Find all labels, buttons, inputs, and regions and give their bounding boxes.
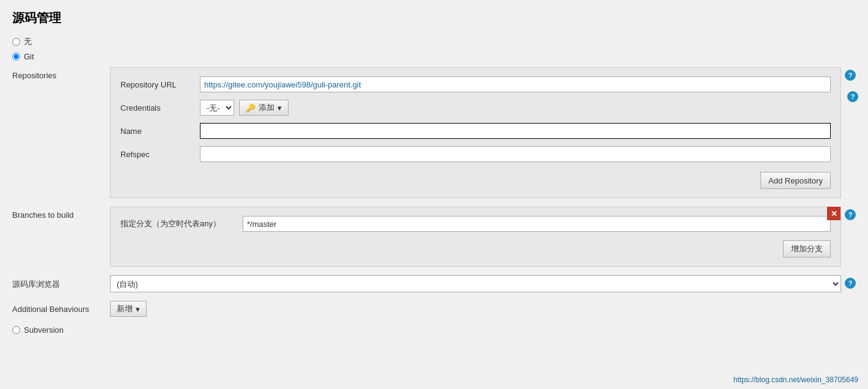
credentials-select[interactable]: -无- <box>200 100 234 116</box>
radio-none-input[interactable] <box>12 38 20 46</box>
credentials-label: Credentials <box>120 103 200 113</box>
repo-url-input[interactable] <box>200 76 831 92</box>
add-branch-button[interactable]: 增加分支 <box>783 240 831 257</box>
footer-link[interactable]: https://blog.csdn.net/weixin_38705649 <box>734 376 858 384</box>
branch-specifier-label: 指定分支（为空时代表any） <box>120 218 243 229</box>
branch-row: 指定分支（为空时代表any） <box>120 216 831 232</box>
additional-controls: 新增 ▾ <box>110 301 147 317</box>
credentials-controls: -无- 🔑 添加 ▾ <box>200 100 289 116</box>
credentials-add-button[interactable]: 🔑 添加 ▾ <box>239 100 289 116</box>
subversion-row: Subversion <box>12 325 856 335</box>
browser-section: 源码库浏览器 (自动) ? <box>12 275 856 292</box>
repo-url-label: Repository URL <box>120 80 200 89</box>
radio-git-label: Git <box>24 52 34 61</box>
name-label: Name <box>120 127 200 136</box>
browser-help-icon[interactable]: ? <box>845 278 856 289</box>
credentials-row: Credentials -无- 🔑 添加 ▾ <box>120 100 831 116</box>
browser-label: 源码库浏览器 <box>12 275 110 290</box>
add-repository-button[interactable]: Add Repository <box>760 172 831 189</box>
branch-specifier-input[interactable] <box>243 216 831 232</box>
name-row: Name <box>120 123 831 139</box>
radio-git-input[interactable] <box>12 53 20 61</box>
refspec-row: Refspec <box>120 146 831 162</box>
radio-subversion-input[interactable] <box>12 326 20 334</box>
refspec-label: Refspec <box>120 150 200 159</box>
subversion-label: Subversion <box>24 325 64 335</box>
repositories-content: Repository URL Credentials -无- 🔑 添加 ▾ <box>110 67 841 198</box>
branches-help-icon[interactable]: ? <box>845 209 856 220</box>
top-help-icon[interactable]: ? <box>844 89 858 102</box>
add-repo-row: Add Repository <box>120 169 831 189</box>
radio-none-label: 无 <box>24 36 32 47</box>
top-help-icon-circle[interactable]: ? <box>847 91 858 102</box>
delete-branch-button[interactable]: ✕ <box>827 207 840 220</box>
additional-section: Additional Behaviours 新增 ▾ <box>12 301 856 317</box>
branches-section: Branches to build ✕ 指定分支（为空时代表any） 增加分支 … <box>12 207 856 267</box>
repositories-section: Repositories Repository URL Credentials … <box>12 67 856 198</box>
radio-git[interactable]: Git <box>12 52 856 61</box>
browser-select[interactable]: (自动) <box>110 275 841 292</box>
add-branch-row: 增加分支 <box>120 238 831 257</box>
refspec-input[interactable] <box>200 146 831 162</box>
key-icon: 🔑 <box>246 103 256 113</box>
radio-none[interactable]: 无 <box>12 36 856 47</box>
repositories-label: Repositories <box>12 67 110 80</box>
branches-content: ✕ 指定分支（为空时代表any） 增加分支 <box>110 207 841 267</box>
name-input[interactable] <box>200 123 831 139</box>
new-behaviour-button[interactable]: 新增 ▾ <box>110 301 147 317</box>
dropdown-arrow-icon: ▾ <box>278 103 282 113</box>
additional-label: Additional Behaviours <box>12 301 110 314</box>
repositories-help-icon[interactable]: ? <box>845 70 856 81</box>
dropdown-arrow-icon: ▾ <box>136 305 140 314</box>
branches-label: Branches to build <box>12 207 110 220</box>
page-title: 源码管理 <box>12 10 856 26</box>
repo-url-row: Repository URL <box>120 76 831 92</box>
